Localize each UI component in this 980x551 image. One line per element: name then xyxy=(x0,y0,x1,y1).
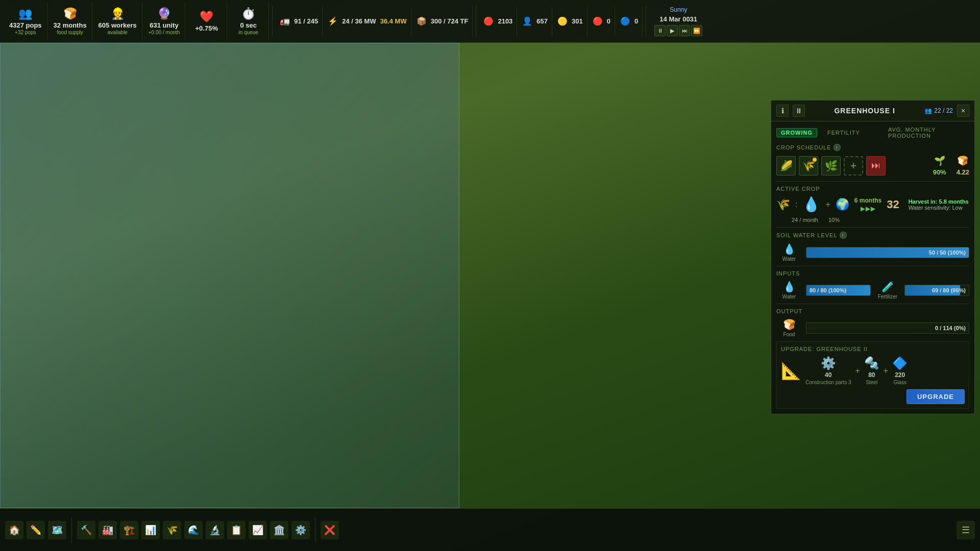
res2-icon: 👤 xyxy=(522,16,532,26)
crop-slot-3[interactable]: 🌿 xyxy=(821,156,841,176)
divider-1 xyxy=(776,181,969,182)
food-icon: 🍞 xyxy=(63,7,77,20)
toolbar-terrain-icon[interactable]: 🏠 xyxy=(5,521,23,539)
input-fertilizer-label: Fertilizer xyxy=(878,294,897,299)
soil-water-bar-wrapper: 50 / 50 (100%) xyxy=(806,247,969,258)
output-food-bar: 0 / 114 (0%) xyxy=(806,322,969,334)
pause-icon: ⏸ xyxy=(795,107,802,115)
play-button[interactable]: ▶ xyxy=(667,25,678,36)
panel-close-button[interactable]: × xyxy=(957,105,969,117)
upgrade-plus-2: + xyxy=(884,366,888,375)
toolbar-map-icon[interactable]: 🗺️ xyxy=(48,521,66,539)
pops-value: 4327 pops xyxy=(9,21,42,30)
upgrade-button[interactable]: UPGRADE xyxy=(906,389,965,404)
hud-power: ⚡ 24 / 36 MW 36.4 MW xyxy=(324,6,411,37)
divider-2 xyxy=(776,227,969,228)
toolbar-menu-icon[interactable]: ☰ xyxy=(957,521,975,539)
output-section: OUTPUT 🍞 Food 0 / 114 (0%) xyxy=(776,308,969,337)
health-value: +0.75% xyxy=(195,24,217,33)
top-hud: 👥 4327 pops +32 pops 🍞 32 months food su… xyxy=(0,0,980,43)
pops-sub: +32 pops xyxy=(15,30,36,35)
food-sub: food supply xyxy=(57,30,83,35)
toolbar-construction-icon[interactable]: 🏗️ xyxy=(120,521,138,539)
active-crop-row: 🌾 : 💧 + 🌍 6 months ▶▶▶ 32 Harvest in: 5.… xyxy=(776,196,969,213)
date-display: 14 Mar 0031 xyxy=(659,15,697,23)
toolbar-tasks-icon[interactable]: 📋 xyxy=(227,521,246,539)
skip-crop-button[interactable]: ⏭ xyxy=(866,156,886,176)
weather-display: Sunny xyxy=(670,6,687,13)
hud-queue: ⏱️ 0 sec in queue xyxy=(228,2,269,41)
soil-water-info-icon[interactable]: i xyxy=(840,232,847,239)
production-box: 🍞 4.22 xyxy=(957,155,969,176)
toolbar-build-icon[interactable]: 🔨 xyxy=(77,521,95,539)
add-crop-button[interactable]: + xyxy=(844,156,863,176)
input-water-row: 💧 Water 80 / 80 (100%) 🧪 Fertilizer xyxy=(776,281,969,299)
fertility-icon: 🌱 xyxy=(934,155,945,166)
pause-controls: ⏸ ▶ ⏭ ⏩ xyxy=(654,25,702,36)
toolbar-farm-icon[interactable]: 🌾 xyxy=(163,521,181,539)
toolbar-government-icon[interactable]: 🏛️ xyxy=(270,521,288,539)
water-consumption: 24 / month xyxy=(792,217,818,223)
input-fertilizer-text: 69 / 80 (86%) xyxy=(932,287,966,293)
upgrade-blueprint: 📐 xyxy=(781,361,801,381)
storage-icon: 📦 xyxy=(416,16,427,26)
active-crop-label: ACTIVE CROP xyxy=(776,186,969,192)
active-crop-colon: : xyxy=(795,200,797,209)
fast-forward-button[interactable]: ⏭ xyxy=(679,25,690,36)
soil-water-icon: 💧 xyxy=(783,243,796,255)
soil-water-bar: 50 / 50 (100%) xyxy=(806,247,969,258)
health-icon: ❤️ xyxy=(200,10,213,23)
input-fertilizer-icon-label: 🧪 Fertilizer xyxy=(875,281,900,299)
queue-sub: in queue xyxy=(239,30,258,35)
crop-schedule-info-icon[interactable]: i xyxy=(834,144,841,151)
panel-title: GREENHOUSE I xyxy=(834,107,895,115)
steel-icon: 🔩 xyxy=(864,356,879,370)
toolbar-research-icon[interactable]: 🔬 xyxy=(206,521,224,539)
queue-icon: ⏱️ xyxy=(241,7,255,20)
upgrade-steel-item: 🔩 80 Steel xyxy=(864,356,879,385)
hud-storage: 📦 300 / 724 TF xyxy=(412,6,473,37)
output-food-icon-label: 🍞 Food xyxy=(776,318,802,337)
input-water-label: Water xyxy=(782,294,796,299)
active-crop-water-icon: 💧 xyxy=(802,196,820,213)
hud-unity: 🔮 631 unity +0.00 / month xyxy=(143,2,185,41)
months-display: 6 months ▶▶▶ xyxy=(854,197,881,212)
toolbar-charts-icon[interactable]: 📈 xyxy=(249,521,267,539)
toolbar-more-icon[interactable]: ⚙️ xyxy=(291,521,310,539)
input-fertilizer-bar: 69 / 80 (86%) xyxy=(904,285,969,296)
res3-value: 301 xyxy=(572,17,583,25)
panel-info-button[interactable]: ℹ xyxy=(776,105,789,117)
toolbar-water-icon[interactable]: 🌊 xyxy=(184,521,203,539)
crop-slot-1[interactable]: 🌽 xyxy=(776,156,796,176)
toolbar-close-icon[interactable]: ❌ xyxy=(321,521,339,539)
storage-value: 300 / 724 TF xyxy=(431,17,469,25)
power-highlight: 36.4 MW xyxy=(380,17,407,25)
active-crop-icon: 🌾 xyxy=(776,198,790,211)
toolbar-stats-icon[interactable]: 📊 xyxy=(141,521,160,539)
toolbar-edit-icon[interactable]: ✏️ xyxy=(27,521,45,539)
fertility-box: 🌱 90% xyxy=(933,155,946,176)
transport-value: 91 / 245 xyxy=(294,17,318,25)
unity-icon: 🔮 xyxy=(157,7,171,20)
upgrade-title: UPGRADE: GREENHOUSE II xyxy=(781,346,965,352)
toolbar-industry-icon[interactable]: 🏭 xyxy=(99,521,117,539)
soil-water-row: 💧 Water 50 / 50 (100%) xyxy=(776,243,969,262)
faster-button[interactable]: ⏩ xyxy=(691,25,702,36)
inputs-label: INPUTS xyxy=(776,270,969,277)
soil-water-icon-label: 💧 Water xyxy=(776,243,802,262)
steel-name: Steel xyxy=(866,380,877,385)
input-fertilizer-icon: 🧪 xyxy=(881,281,894,293)
soil-water-label: SOIL WATER LEVEL i xyxy=(776,232,969,239)
power-value: 24 / 36 MW xyxy=(342,17,376,25)
pause-button[interactable]: ⏸ xyxy=(654,25,666,36)
schedule-right: 🌱 90% 🍞 4.22 xyxy=(933,155,969,176)
panel-pause-button[interactable]: ⏸ xyxy=(793,105,805,117)
glass-amount: 220 xyxy=(895,371,905,379)
output-food-bar-wrapper: 0 / 114 (0%) xyxy=(806,322,969,334)
glass-name: Glass xyxy=(893,380,906,385)
crop-schedule-label: CROP SCHEDULE i xyxy=(776,144,969,151)
hud-health: ❤️ +0.75% xyxy=(186,2,227,41)
soil-water-text: Water xyxy=(782,256,796,262)
crop-slot-2[interactable]: 🌾 xyxy=(799,156,818,176)
fertility-value: 90% xyxy=(933,168,946,176)
